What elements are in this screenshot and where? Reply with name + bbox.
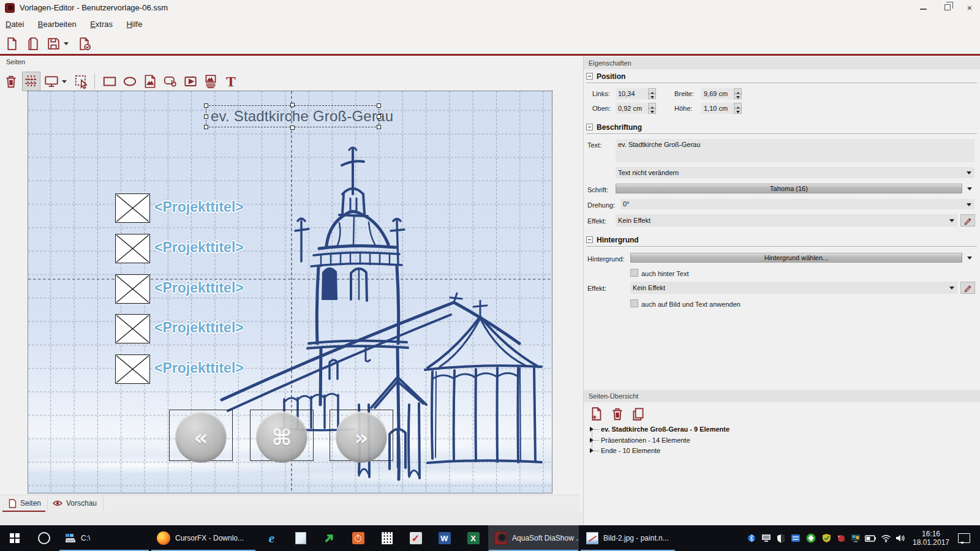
links-spinner[interactable]	[648, 88, 656, 99]
resize-handle-n[interactable]	[290, 103, 295, 107]
background-choose-button[interactable]: Hintergrund wählen...	[630, 253, 962, 263]
clock[interactable]: 16:16 18.01.2017	[909, 525, 953, 551]
background-dropdown-caret[interactable]	[965, 253, 974, 263]
hoehe-field[interactable]: 1,10 cm	[701, 103, 733, 114]
resize-handle-e[interactable]	[377, 114, 381, 119]
nav-back-button[interactable]: «	[169, 410, 233, 461]
taskbar-ie[interactable]: e	[257, 525, 286, 551]
taskbar-green-arrow-app[interactable]: ➜	[315, 525, 344, 551]
font-dropdown-caret[interactable]	[965, 184, 974, 193]
oben-spinner[interactable]	[648, 103, 656, 114]
open-document-icon[interactable]	[23, 35, 42, 52]
text-effect-edit-button[interactable]	[960, 214, 975, 227]
selected-text-element[interactable]: ev. Stadtkirche Groß-Gerau	[206, 105, 379, 127]
close-button[interactable]: ×	[959, 0, 980, 16]
check-template-icon[interactable]	[75, 35, 93, 52]
breite-field[interactable]: 9,69 cm	[701, 88, 733, 99]
resize-handle-sw[interactable]	[204, 125, 208, 129]
collapse-icon[interactable]	[586, 73, 593, 80]
menu-datei[interactable]: Datei	[0, 16, 29, 32]
collapse-icon[interactable]	[586, 236, 593, 243]
taskbar-paint[interactable]: Bild-2.jpg - paint.n...	[580, 525, 676, 551]
bg-effect-edit-button[interactable]	[960, 282, 975, 294]
delete-page-icon[interactable]	[609, 406, 625, 423]
restore-button[interactable]	[937, 0, 958, 16]
action-center-button[interactable]	[953, 525, 975, 551]
menu-hilfe[interactable]: Hilfe	[121, 16, 148, 32]
taskbar-word[interactable]: W	[430, 525, 459, 551]
video-tool-icon[interactable]	[181, 72, 200, 91]
duplicate-page-icon[interactable]	[630, 406, 646, 423]
menu-extras[interactable]: Extras	[85, 16, 118, 32]
resize-handle-ne[interactable]	[377, 103, 381, 108]
defender-shield-icon[interactable]	[774, 525, 788, 551]
menu-bearbeiten[interactable]: Bearbeiten	[32, 16, 82, 32]
tab-seiten[interactable]: Seiten	[2, 495, 48, 511]
image-placeholder[interactable]	[115, 314, 150, 343]
text-effect-dropdown[interactable]: Kein Effekt	[616, 214, 957, 227]
rectangle-tool-icon[interactable]	[100, 72, 119, 91]
battery-icon[interactable]	[864, 525, 877, 551]
monitor-dropdown-caret[interactable]	[62, 80, 67, 86]
save-dropdown-caret[interactable]	[64, 42, 69, 48]
start-button[interactable]	[0, 525, 29, 551]
project-title-placeholder[interactable]: <Projekttitel>	[154, 320, 244, 336]
image-placeholder[interactable]	[115, 193, 150, 223]
new-document-icon[interactable]	[2, 35, 21, 52]
resize-handle-se[interactable]	[377, 125, 381, 129]
graphics-tray-icon[interactable]	[849, 525, 862, 551]
monitor-view-icon[interactable]	[42, 72, 61, 91]
behind-text-checkbox[interactable]	[630, 269, 638, 277]
rotation-dropdown[interactable]: 0°	[620, 199, 974, 209]
taskbar-aquasoft[interactable]: AquaSoft DiaShow ...	[488, 525, 579, 551]
page-item-praesentationen[interactable]: Präsentationen - 14 Elemente	[584, 435, 976, 446]
volume-icon[interactable]	[894, 525, 907, 551]
taskbar-notepad[interactable]	[286, 525, 315, 551]
minimize-button[interactable]	[913, 0, 933, 16]
image-tool-icon[interactable]	[141, 72, 159, 91]
bluetooth-icon[interactable]	[745, 525, 758, 551]
taskbar-calculator[interactable]	[372, 525, 401, 551]
resize-handle-w[interactable]	[204, 114, 208, 119]
oben-field[interactable]: 0,92 cm	[616, 103, 647, 114]
nav-menu-button[interactable]: ⌘	[250, 410, 314, 461]
add-page-icon[interactable]	[589, 406, 605, 423]
taskbar-excel[interactable]: X	[459, 525, 488, 551]
text-input[interactable]: ev. Stadtkirche Groß-Gerau	[616, 139, 974, 162]
wifi-icon[interactable]	[879, 525, 892, 551]
project-title-placeholder[interactable]: <Projekttitel>	[154, 199, 244, 216]
select-tool-icon[interactable]	[72, 72, 91, 91]
printer-status-icon[interactable]	[804, 525, 818, 551]
image-placeholder[interactable]	[115, 234, 150, 263]
app-red-tray-icon[interactable]	[834, 525, 848, 551]
tab-vorschau[interactable]: Vorschau	[47, 495, 104, 511]
delete-icon[interactable]	[2, 72, 20, 91]
project-title-placeholder[interactable]: <Projekttitel>	[154, 239, 244, 256]
image-placeholder[interactable]	[115, 354, 150, 384]
collapse-icon[interactable]	[586, 124, 593, 130]
page-item-ende[interactable]: Ende - 10 Elemente	[584, 446, 976, 456]
taskbar-explorer[interactable]: C:\	[59, 525, 149, 551]
antivirus-shield-icon[interactable]	[820, 525, 833, 551]
page-item-stadtkirche[interactable]: ev. Stadtkirche Groß-Gerau - 9 Elemente	[584, 424, 976, 435]
app-box-tray-icon[interactable]	[789, 525, 802, 551]
project-title-placeholder[interactable]: <Projekttitel>	[154, 360, 244, 377]
ellipse-tool-icon[interactable]	[121, 72, 139, 91]
taskbar-power-app[interactable]	[344, 525, 372, 551]
breite-spinner[interactable]	[734, 88, 742, 99]
section-beschriftung[interactable]: Beschriftung	[586, 123, 642, 132]
grid-toggle-icon[interactable]	[22, 72, 40, 91]
section-position[interactable]: Position	[586, 72, 625, 81]
taskbar-firefox[interactable]: CursorFX - Downlo...	[151, 525, 256, 551]
image-text-tool-icon[interactable]	[202, 72, 220, 91]
hoehe-spinner[interactable]	[734, 103, 742, 114]
taskbar-red-check-app[interactable]: ✓	[401, 525, 430, 551]
font-button[interactable]: Tahoma (16)	[616, 184, 962, 193]
links-field[interactable]: 10,34 cm	[616, 88, 647, 99]
display-tray-icon[interactable]	[760, 525, 773, 551]
resize-handle-nw[interactable]	[204, 103, 208, 108]
nav-forward-button[interactable]: »	[330, 410, 393, 461]
section-hintergrund[interactable]: Hintergrund	[586, 236, 639, 244]
save-icon[interactable]	[44, 35, 62, 52]
cortana-button[interactable]	[29, 525, 59, 551]
